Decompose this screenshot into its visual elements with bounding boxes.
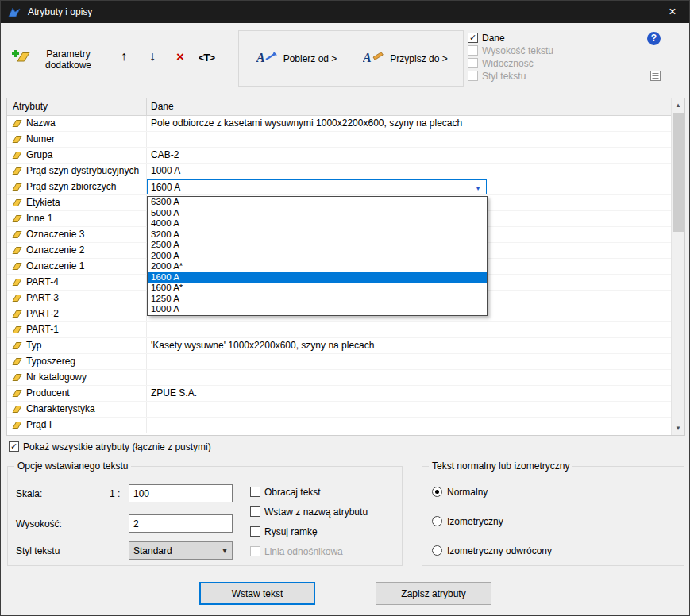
attribute-value-cell[interactable] [147,370,671,385]
attribute-name-cell[interactable]: Nr katalogowy [7,370,147,385]
attribute-name-cell[interactable]: PART-2 [7,306,147,321]
dropdown-option[interactable]: 1600 A [148,272,487,283]
attribute-name-cell[interactable]: Grupa [7,148,147,163]
show-all-attributes-checkbox[interactable]: ✓ Pokaż wszystkie atrybuty (łącznie z pu… [9,441,211,452]
attribute-value-cell[interactable] [147,354,671,369]
radio-dot[interactable] [432,545,442,556]
text-option-checkbox[interactable]: Wstaw z nazwą atrybutu [250,506,368,518]
table-row[interactable]: Prąd I [7,418,671,433]
attribute-name-cell[interactable]: Charakterystyka [7,402,147,417]
delete-attribute-button[interactable]: × [176,49,184,65]
radio-label: Izometryczny odwrócony [447,545,552,556]
height-input[interactable] [129,514,233,533]
attribute-value-cell[interactable] [147,402,671,417]
attribute-value-cell[interactable]: ZPUE S.A. [147,386,671,401]
attribute-name-cell[interactable]: Inne 1 [7,211,147,226]
table-row[interactable]: GrupaCAB-2 [7,148,671,164]
vertical-scrollbar[interactable]: ▴ ▾ [671,98,684,435]
attribute-name-cell[interactable]: Nazwa [7,116,147,131]
add-attribute-button[interactable] [10,47,31,66]
attribute-name-cell[interactable]: Oznaczenie 1 [7,259,147,274]
table-row[interactable]: NazwaPole odbiorcze z kasetami wysuwnymi… [7,116,671,132]
column-header-attributes[interactable]: Atrybuty [7,98,147,115]
help-icon[interactable]: ? [647,32,661,45]
dropdown-option[interactable]: 2500 A [148,240,487,251]
scroll-down-icon[interactable]: ▾ [672,422,684,435]
dropdown-option[interactable]: 1250 A [148,294,487,305]
text-option-checkbox[interactable]: Rysuj ramkę [250,526,368,537]
dropdown-option[interactable]: 1600 A* [148,283,487,294]
table-row[interactable]: Typ'Kasety wysuwne' 1000x2200x600, szyny… [7,338,671,354]
column-header-data[interactable]: Dane [147,98,671,115]
table-row[interactable]: Numer [7,132,671,148]
attribute-value-cell[interactable]: Pole odbiorcze z kasetami wysuwnymi 1000… [147,116,671,131]
dropdown-option[interactable]: 3200 A [148,229,487,241]
attribute-name-cell[interactable]: PART-4 [7,275,147,290]
checkbox-box[interactable] [250,506,260,517]
radio-dot[interactable] [432,516,442,526]
additional-parameters-button[interactable]: Parametry dodatkowe [34,48,102,71]
properties-icon[interactable] [650,71,661,83]
radio-dot[interactable] [432,487,442,497]
attribute-name: PART-1 [26,322,59,337]
checkbox-box[interactable]: ✓ [468,33,478,43]
attribute-name-cell[interactable]: Producent [7,386,147,401]
insert-text-button[interactable]: Wstaw tekst [199,582,315,605]
attribute-name: Oznaczenie 1 [26,259,84,274]
iso-radio[interactable]: Izometryczny odwrócony [432,545,552,556]
assign-to-button[interactable]: A Przypisz do > [351,35,460,83]
attribute-name-cell[interactable]: Prąd szyn zbiorczych [7,179,147,194]
text-style-combobox[interactable]: Standard ▾ [129,541,233,560]
dropdown-option[interactable]: 6300 A [148,197,487,208]
table-row[interactable]: Prąd szyn dystrybucyjnych1000 A [7,164,671,179]
chevron-down-icon[interactable]: ▾ [470,180,486,194]
attribute-name-cell[interactable]: Oznaczenie 2 [7,243,147,258]
attribute-name-cell[interactable]: Etykieta [7,195,147,210]
checkbox-box[interactable] [250,526,260,537]
table-row[interactable]: Charakterystyka [7,402,671,418]
dropdown-option[interactable]: 5000 A [148,208,487,219]
scale-input[interactable] [129,484,233,502]
attribute-name-cell[interactable]: PART-1 [7,322,147,337]
attribute-value-cell[interactable]: CAB-2 [147,148,671,163]
attribute-name-cell[interactable]: Typoszereg [7,354,147,369]
attribute-name-cell[interactable]: Typ [7,338,147,353]
text-token-button[interactable]: <T> [199,52,214,64]
attribute-name-cell[interactable]: Oznaczenie 3 [7,227,147,242]
transfer-option-checkbox[interactable]: ✓Dane [468,32,553,44]
table-row[interactable]: Nr katalogowy [7,370,671,386]
checkbox-box[interactable]: ✓ [9,441,19,452]
dropdown-option[interactable]: 1000 A [148,304,487,315]
attribute-name: Prąd szyn dystrybucyjnych [26,164,139,179]
scrollbar-thumb[interactable] [673,113,684,232]
table-row[interactable]: Prąd szyn zbiorczych1600 A▾ [7,179,671,195]
attribute-value-cell[interactable] [147,322,671,337]
iso-radio[interactable]: Izometryczny [432,515,552,527]
table-row[interactable]: PART-1 [7,322,671,338]
save-attributes-button[interactable]: Zapisz atrybuty [376,582,491,605]
attribute-value-cell[interactable]: 1600 A▾ [147,179,671,194]
checkbox-box[interactable] [250,487,260,497]
attribute-value-cell[interactable]: 'Kasety wysuwne' 1000x2200x600, szyny na… [147,338,671,353]
dropdown-option[interactable]: 2000 A [148,251,487,262]
close-icon[interactable]: × [656,1,689,23]
table-row[interactable]: ProducentZPUE S.A. [7,386,671,402]
combobox-dropdown: 6300 A5000 A4000 A3200 A2500 A2000 A2000… [147,196,488,316]
scroll-up-icon[interactable]: ▴ [672,98,684,112]
text-option-checkbox[interactable]: Obracaj tekst [250,486,368,498]
table-row[interactable]: Typoszereg [7,354,671,370]
attribute-name-cell[interactable]: Numer [7,132,147,147]
iso-radio[interactable]: Normalny [432,486,552,498]
attribute-name-cell[interactable]: Prąd szyn dystrybucyjnych [7,164,147,179]
attribute-name-cell[interactable]: PART-3 [7,291,147,306]
attribute-value-cell[interactable] [147,132,671,147]
attribute-name-cell[interactable]: Prąd I [7,418,147,433]
get-from-button[interactable]: A Pobierz od > [242,35,351,83]
move-up-button[interactable]: ↑ [121,49,127,64]
move-down-button[interactable]: ↓ [149,49,156,64]
value-combobox[interactable]: 1600 A▾ [147,179,487,194]
dropdown-option[interactable]: 2000 A* [148,261,487,272]
attribute-value-cell[interactable] [147,418,671,433]
attribute-value-cell[interactable]: 1000 A [147,164,671,179]
dropdown-option[interactable]: 4000 A [148,218,487,229]
